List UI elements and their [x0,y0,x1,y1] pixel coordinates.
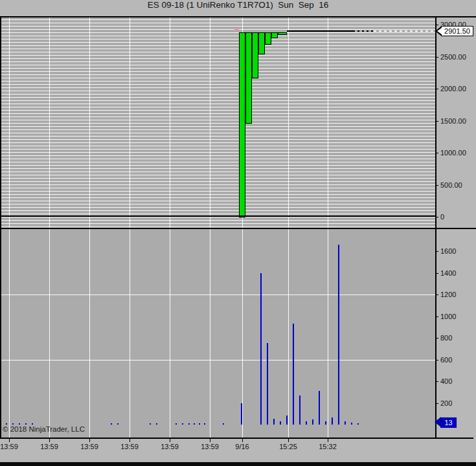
copyright-text: © 2018 NinjaTrader, LLC [3,425,85,433]
time-tick [89,439,90,442]
volume-bar [32,423,33,425]
time-tick [242,439,243,442]
volume-bar [299,395,300,425]
last-price-marker: 2901.50 [441,26,473,36]
time-gridline [89,229,90,438]
window-bottom-edge [0,462,476,466]
volume-bar [204,423,205,425]
volume-tick-label: 600 [440,356,452,364]
time-tick [170,439,170,442]
last-price-line [374,30,435,32]
time-axis[interactable]: 13:5913:5913:5913:5913:5913:599/1615:251… [0,438,476,453]
volume-bar [12,423,14,425]
price-tick-label: 2000.00 [440,85,466,93]
volume-bar [286,416,288,425]
time-gridline [89,17,90,228]
volume-tick-label: 1200 [440,291,456,298]
time-tick [288,439,289,442]
volume-axis[interactable]: 1600140012001000800600400200 [435,229,476,438]
volume-tick-label: 1400 [440,269,456,277]
volume-tick [435,316,438,317]
volume-bar [25,423,27,425]
last-price-line [287,30,353,32]
price-tick [435,25,438,25]
price-tick [435,57,438,58]
time-gridline [288,17,289,228]
volume-tick [435,403,438,404]
session-low-line [1,216,435,217]
volume-bar [351,423,352,425]
price-tick [435,185,438,186]
time-tick-label: 13:59 [115,443,144,450]
price-tick-label: 1500.00 [440,117,466,125]
price-tick-label: 0 [440,213,444,221]
last-price-line [353,30,374,32]
volume-chart-plot-area[interactable] [1,229,435,438]
volume-bar [280,421,281,425]
time-tick [328,439,328,442]
volume-tick [435,381,438,382]
price-tick [435,153,438,153]
time-tick [49,439,50,442]
volume-bar [111,423,112,425]
volume-bar [19,423,20,425]
time-tick-label: 13:59 [35,443,63,450]
volume-bar [332,417,333,425]
volume-bar [306,421,307,425]
price-chart-plot-area[interactable] [1,17,435,228]
volume-gridline [1,294,435,295]
volume-tick [435,273,438,274]
price-bar [258,32,265,54]
time-gridline [242,229,243,438]
time-tick-label: 13:59 [155,443,184,450]
price-bar [278,32,287,35]
time-gridline [170,229,170,438]
time-tick-label: 13:59 [75,443,104,450]
time-tick [9,439,10,442]
volume-gridline [1,360,435,361]
volume-tick-label: 200 [440,399,452,407]
volume-bar [357,423,359,425]
time-tick [210,439,210,442]
price-bar [245,32,252,124]
volume-bar [176,423,177,425]
volume-tick [435,338,438,338]
volume-tick-label: 400 [440,377,452,385]
price-tick [435,89,438,89]
price-bar [265,32,271,45]
chart-title: ES 09-18 (1 UniRenko T1R7O1) Sun Sep 16 [0,0,476,10]
volume-bar [241,403,242,425]
time-gridline [9,229,10,438]
volume-bar [260,273,262,425]
volume-bar [345,421,346,425]
volume-tick-label: 1000 [440,313,456,320]
price-tick-label: 1000.00 [440,149,466,157]
time-gridline [9,17,10,228]
time-gridline [130,229,130,438]
volume-bar [156,423,157,425]
volume-bar [117,423,119,425]
volume-bar [312,419,313,425]
volume-bar [150,423,151,425]
volume-tick [435,294,438,295]
price-bar [239,32,245,217]
time-gridline [49,17,50,228]
time-tick-label: 15:25 [274,443,302,450]
time-gridline [210,17,210,228]
time-tick-label: 15:32 [313,443,342,450]
volume-bar [188,423,190,425]
price-axis[interactable]: 3000.002500.002000.001500.001000.00500.0… [435,17,476,228]
volume-bar [325,421,326,425]
time-gridline [49,229,50,438]
time-tick-label: 13:59 [0,443,23,450]
time-gridline [328,229,328,438]
volume-bar [273,419,275,425]
volume-bar [223,423,224,425]
volume-bar [319,391,320,425]
volume-tick [435,251,438,252]
volume-bar [199,423,200,425]
volume-bar [194,423,195,425]
time-gridline [210,229,210,438]
time-tick-label: 13:59 [196,443,224,450]
time-tick [130,439,130,442]
